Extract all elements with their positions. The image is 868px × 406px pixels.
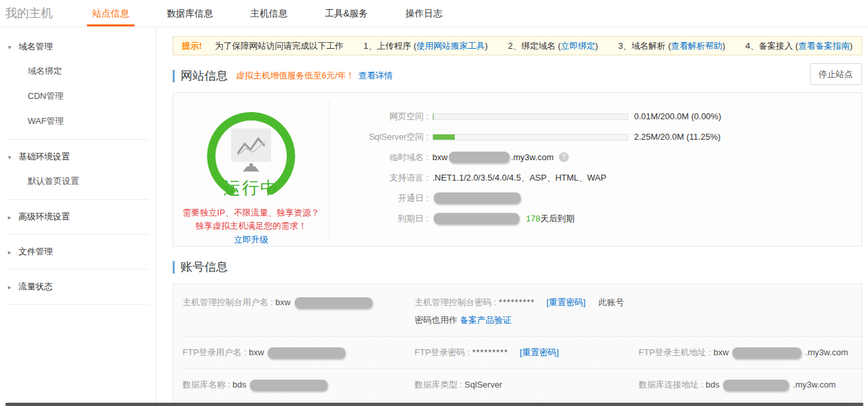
languages-value: .NET1.1/2.0/3.5/4.0/4.5、ASP、HTML、WAP [432, 172, 606, 184]
days-remaining: 178天后到期 [526, 213, 575, 225]
status-gauge: 运行中 需要独立IP、不限流量、独享资源？ 独享虚拟主机满足您的需求！ 立即升级 [173, 93, 329, 246]
console-password-note: 此账号 [598, 297, 624, 307]
redacted-value [295, 297, 372, 308]
console-user-prefix: bxw [275, 297, 291, 307]
ftp-password-label: FTP登录密码 : [415, 347, 470, 357]
divider [7, 234, 149, 235]
languages-label: 支持语言 : [330, 172, 428, 184]
sql-space-value: 2.25M/20.0M (11.25%) [634, 132, 720, 142]
tab-database-info[interactable]: 数据库信息 [161, 0, 218, 26]
divider [7, 304, 149, 304]
sidebar-group-file-management[interactable]: 文件管理 [0, 240, 156, 264]
tip-banner: 提示! 为了保障网站访问请完成以下工作 1、上传程序 (使用网站搬家工具) 2、… [173, 36, 862, 55]
ftp-user-prefix: bxw [248, 347, 264, 357]
site-migration-tool-link[interactable]: 使用网站搬家工具 [417, 41, 485, 51]
tab-tools-services[interactable]: 工具&服务 [320, 0, 373, 26]
sidebar-item-domain-binding[interactable]: 域名绑定 [0, 59, 156, 84]
sidebar-group-label: 流量状态 [18, 281, 53, 293]
step-text: ) [595, 41, 598, 51]
redacted-value [268, 347, 345, 359]
ftp-host-cell: FTP登录主机地址 : bxw .my3w.com [639, 347, 861, 359]
tip-step-dns-resolve: 3、域名解析 (查看解析帮助) [618, 41, 728, 51]
step-text: ) [722, 41, 725, 51]
console-user-label: 主机管理控制台用户名 : [183, 297, 273, 307]
sidebar-group-traffic-status[interactable]: 流量状态 [0, 275, 156, 299]
upsell-text: 需要独立IP、不限流量、独享资源？ 独享虚拟主机满足您的需求！ [173, 206, 329, 233]
sql-space-progressbar [432, 134, 628, 140]
db-name-cell: 数据库名称 : bds [183, 379, 415, 391]
sidebar: 域名管理 域名绑定 CDN管理 WAF管理 基础环境设置 默认首页设置 高级环境… [0, 27, 156, 406]
web-space-fill [433, 114, 434, 119]
sidebar-group-label: 基础环境设置 [18, 151, 70, 163]
ftp-password-cell: FTP登录密码 : ********* [重置密码] [415, 347, 639, 359]
tip-tag: 提示! [182, 41, 202, 51]
ftp-host-suffix: .my3w.com [805, 347, 848, 357]
open-date-row: 开通日 : [330, 192, 861, 204]
tab-host-info[interactable]: 主机信息 [245, 0, 293, 26]
db-type-cell: 数据库类型 : SqlServer [415, 379, 639, 391]
sidebar-item-cdn-management[interactable]: CDN管理 [0, 84, 156, 109]
console-password-label: 主机管理控制台密码 : [415, 297, 496, 307]
sql-space-row: SqlServer空间 : 2.25M/20.0M (11.25%) [330, 131, 861, 142]
sidebar-group-basic-env-settings[interactable]: 基础环境设置 [0, 145, 156, 169]
tab-site-info[interactable]: 站点信息 [87, 0, 134, 26]
tab-operation-log[interactable]: 操作日志 [400, 0, 448, 26]
redacted-value [434, 213, 519, 224]
db-host-suffix: .my3w.com [793, 380, 836, 390]
sidebar-group-domain-management[interactable]: 域名管理 [0, 35, 156, 59]
domain-prefix: bxw [432, 152, 448, 162]
caret-right-icon [8, 283, 18, 291]
temp-domain-value: bxw .my3w.com ? [432, 152, 569, 163]
domain-suffix: .my3w.com [511, 152, 554, 162]
upgrade-now-link[interactable]: 立即升级 [234, 234, 268, 246]
caret-right-icon [8, 214, 18, 221]
tip-step-icp-filing: 4、备案接入 (查看备案指南) [745, 41, 853, 51]
step-text: 3、域名解析 ( [618, 41, 671, 51]
stop-site-button[interactable]: 停止站点 [810, 63, 862, 85]
site-info-fields: 网页空间 : 0.01M/200.0M (0.00%) SqlServer空间 … [330, 93, 861, 246]
account-info-panel: 主机管理控制台用户名 : bxw 主机管理控制台密码 : ********* [… [173, 283, 862, 406]
web-space-value: 0.01M/200.0M (0.00%) [634, 111, 721, 121]
redacted-value [723, 380, 789, 391]
db-host-prefix: bds [706, 380, 720, 390]
monitor-chart-icon [231, 129, 271, 171]
ftp-user-label: FTP登录用户名 : [183, 347, 246, 357]
icp-guide-link[interactable]: 查看备案指南 [798, 41, 850, 51]
web-space-progressbar [432, 113, 628, 120]
top-nav: 我的主机 站点信息 数据库信息 主机信息 工具&服务 操作日志 [0, 0, 868, 27]
icp-product-verification-link[interactable]: 备案产品验证 [460, 315, 511, 325]
expire-date-value: 178天后到期 [432, 213, 575, 225]
db-name-prefix: bds [233, 380, 246, 390]
divider [7, 139, 149, 140]
reset-console-password-link[interactable]: [重置密码] [546, 297, 585, 307]
section-marker [173, 70, 175, 82]
expire-date-label: 到期日 : [330, 213, 428, 225]
temp-domain-label: 临时域名 : [330, 152, 428, 163]
ftp-password-masked: ********* [472, 347, 508, 357]
page-title: 我的主机 [0, 0, 87, 26]
console-user-cell: 主机管理控制台用户名 : bxw [183, 297, 415, 308]
ftp-account-row: FTP登录用户名 : bxw FTP登录密码 : ********* [重置密码… [183, 336, 861, 368]
divider [7, 199, 149, 200]
account-info-header: 账号信息 [173, 259, 862, 275]
redacted-value [250, 380, 328, 391]
account-info-title: 账号信息 [181, 259, 228, 275]
reset-ftp-password-link[interactable]: [重置密码] [520, 347, 559, 357]
bind-now-link[interactable]: 立即绑定 [561, 41, 595, 51]
view-details-link[interactable]: 查看详情 [359, 70, 393, 82]
caret-down-icon [8, 44, 18, 51]
sidebar-item-waf-management[interactable]: WAF管理 [0, 109, 156, 134]
days-suffix: 天后到期 [540, 214, 575, 223]
temp-domain-row: 临时域名 : bxw .my3w.com ? [330, 152, 861, 163]
database-info-row: 数据库名称 : bds 数据库类型 : SqlServer 数据库连接地址 : … [183, 368, 861, 401]
main-content: 提示! 为了保障网站访问请完成以下工作 1、上传程序 (使用网站搬家工具) 2、… [156, 27, 868, 406]
db-name-label: 数据库名称 : [183, 380, 230, 390]
sidebar-item-default-homepage[interactable]: 默认首页设置 [0, 169, 156, 194]
dns-help-link[interactable]: 查看解析帮助 [671, 41, 722, 51]
help-icon[interactable]: ? [559, 152, 569, 162]
site-info-panel: 运行中 需要独立IP、不限流量、独享资源？ 独享虚拟主机满足您的需求！ 立即升级… [173, 92, 862, 246]
console-password-note-line2: 密码也用作 备案产品验证 [415, 314, 861, 326]
caret-right-icon [8, 248, 18, 256]
sidebar-group-advanced-env-settings[interactable]: 高级环境设置 [0, 205, 156, 229]
horizontal-scrollbar[interactable] [5, 403, 863, 406]
